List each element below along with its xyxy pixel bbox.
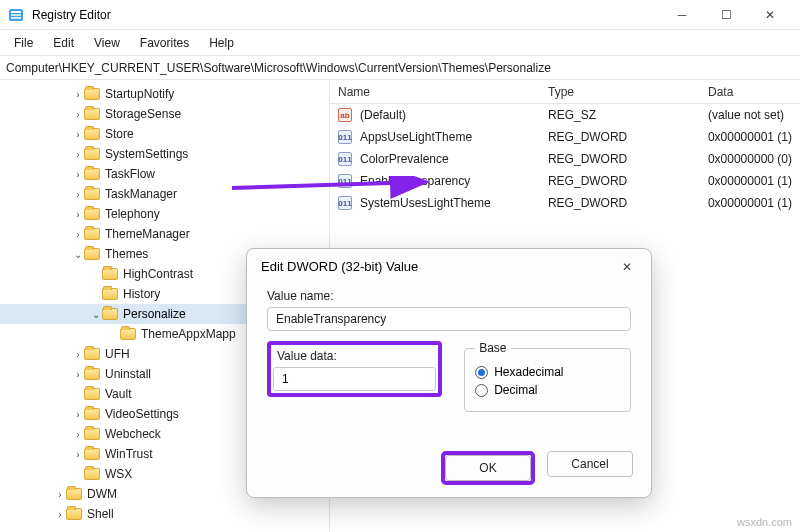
ok-button[interactable]: OK — [445, 455, 531, 481]
dialog-body: Value name: EnableTransparency Value dat… — [247, 283, 651, 422]
tree-item-label: Telephony — [105, 207, 160, 221]
menu-help[interactable]: Help — [199, 32, 244, 54]
caret-spacer: · — [72, 469, 84, 480]
folder-icon — [84, 188, 100, 200]
chevron-right-icon[interactable]: › — [72, 169, 84, 180]
reg-binary-icon: 011 — [330, 196, 352, 210]
chevron-down-icon[interactable]: ⌄ — [90, 309, 102, 320]
chevron-right-icon[interactable]: › — [72, 409, 84, 420]
menu-file[interactable]: File — [4, 32, 43, 54]
tree-item[interactable]: ›TaskManager — [0, 184, 329, 204]
chevron-right-icon[interactable]: › — [72, 109, 84, 120]
value-data-input[interactable] — [273, 367, 436, 391]
folder-icon — [66, 508, 82, 520]
tree-item-label: StartupNotify — [105, 87, 174, 101]
chevron-right-icon[interactable]: › — [72, 349, 84, 360]
list-body: ab(Default)REG_SZ(value not set)011AppsU… — [330, 104, 800, 214]
tree-item[interactable]: ›TaskFlow — [0, 164, 329, 184]
chevron-right-icon[interactable]: › — [72, 189, 84, 200]
folder-icon — [84, 428, 100, 440]
chevron-right-icon[interactable]: › — [72, 369, 84, 380]
titlebar: Registry Editor ─ ☐ ✕ — [0, 0, 800, 30]
close-button[interactable]: ✕ — [748, 0, 792, 30]
chevron-right-icon[interactable]: › — [72, 129, 84, 140]
chevron-right-icon[interactable]: › — [72, 89, 84, 100]
tree-item-label: TaskManager — [105, 187, 177, 201]
tree-item[interactable]: ›Telephony — [0, 204, 329, 224]
col-header-name[interactable]: Name — [330, 85, 540, 99]
dialog-close-button[interactable]: ✕ — [613, 255, 641, 279]
folder-icon — [84, 208, 100, 220]
folder-icon — [84, 408, 100, 420]
tree-item[interactable]: ›Shell — [0, 504, 329, 524]
folder-icon — [102, 308, 118, 320]
chevron-right-icon[interactable]: › — [54, 509, 66, 520]
cell-type: REG_DWORD — [540, 196, 700, 210]
list-row[interactable]: 011SystemUsesLightThemeREG_DWORD0x000000… — [330, 192, 800, 214]
chevron-right-icon[interactable]: › — [72, 449, 84, 460]
tree-item-label: VideoSettings — [105, 407, 179, 421]
tree-item[interactable]: ›SystemSettings — [0, 144, 329, 164]
cell-name: ColorPrevalence — [352, 152, 540, 166]
cancel-button[interactable]: Cancel — [547, 451, 633, 477]
list-row[interactable]: 011ColorPrevalenceREG_DWORD0x00000000 (0… — [330, 148, 800, 170]
dialog-actions: OK Cancel — [441, 451, 633, 485]
tree-item[interactable]: ›StartupNotify — [0, 84, 329, 104]
maximize-button[interactable]: ☐ — [704, 0, 748, 30]
chevron-right-icon[interactable]: › — [72, 149, 84, 160]
value-data-highlight: Value data: — [267, 341, 442, 397]
tree-item-label: Vault — [105, 387, 131, 401]
folder-icon — [84, 148, 100, 160]
folder-icon — [84, 368, 100, 380]
cell-name: (Default) — [352, 108, 540, 122]
value-name-input[interactable]: EnableTransparency — [267, 307, 631, 331]
caret-spacer: · — [72, 389, 84, 400]
cell-type: REG_SZ — [540, 108, 700, 122]
chevron-right-icon[interactable]: › — [54, 489, 66, 500]
menu-edit[interactable]: Edit — [43, 32, 84, 54]
svg-rect-2 — [11, 14, 21, 16]
folder-icon — [84, 248, 100, 260]
tree-item[interactable]: ›Store — [0, 124, 329, 144]
chevron-right-icon[interactable]: › — [72, 229, 84, 240]
address-bar[interactable]: Computer\HKEY_CURRENT_USER\Software\Micr… — [0, 56, 800, 80]
folder-icon — [84, 468, 100, 480]
radio-decimal[interactable]: Decimal — [475, 383, 620, 397]
chevron-right-icon[interactable]: › — [72, 209, 84, 220]
tree-item-label: Webcheck — [105, 427, 161, 441]
menu-favorites[interactable]: Favorites — [130, 32, 199, 54]
chevron-right-icon[interactable]: › — [72, 429, 84, 440]
tree-item[interactable]: ›StorageSense — [0, 104, 329, 124]
cell-data: 0x00000000 (0) — [700, 152, 800, 166]
list-row[interactable]: 011EnableTransparencyREG_DWORD0x00000001… — [330, 170, 800, 192]
menubar: File Edit View Favorites Help — [0, 30, 800, 56]
svg-rect-1 — [11, 11, 21, 13]
folder-icon — [84, 228, 100, 240]
folder-icon — [84, 348, 100, 360]
cell-name: EnableTransparency — [352, 174, 540, 188]
radio-hex-icon — [475, 366, 488, 379]
tree-item-label: Shell — [87, 507, 114, 521]
tree-item-label: SystemSettings — [105, 147, 188, 161]
cell-data: 0x00000001 (1) — [700, 174, 800, 188]
caret-spacer: · — [90, 289, 102, 300]
ok-highlight: OK — [441, 451, 535, 485]
tree-item-label: Personalize — [123, 307, 186, 321]
col-header-type[interactable]: Type — [540, 85, 700, 99]
col-header-data[interactable]: Data — [700, 85, 800, 99]
dialog-title: Edit DWORD (32-bit) Value — [247, 249, 651, 283]
chevron-down-icon[interactable]: ⌄ — [72, 249, 84, 260]
list-row[interactable]: 011AppsUseLightThemeREG_DWORD0x00000001 … — [330, 126, 800, 148]
list-row[interactable]: ab(Default)REG_SZ(value not set) — [330, 104, 800, 126]
radio-hexadecimal[interactable]: Hexadecimal — [475, 365, 620, 379]
cell-data: (value not set) — [700, 108, 800, 122]
reg-string-icon: ab — [330, 108, 352, 122]
window-controls: ─ ☐ ✕ — [660, 0, 792, 30]
value-data-label: Value data: — [277, 349, 436, 363]
menu-view[interactable]: View — [84, 32, 130, 54]
minimize-button[interactable]: ─ — [660, 0, 704, 30]
folder-icon — [102, 268, 118, 280]
tree-item[interactable]: ›ThemeManager — [0, 224, 329, 244]
cell-type: REG_DWORD — [540, 152, 700, 166]
watermark: wsxdn.com — [737, 516, 792, 528]
